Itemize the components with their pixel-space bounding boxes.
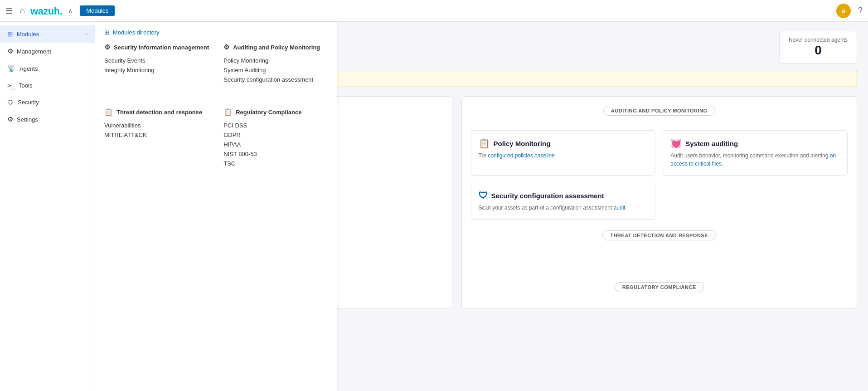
mega-section-title-security-info: ⚙Security information management	[104, 43, 209, 51]
mega-section-title-regulatory: 📋Regulatory Compliance	[223, 108, 328, 116]
mega-link-security-configuration-assessment[interactable]: Security configuration assessment	[223, 75, 328, 84]
mega-link-vulnerabilities[interactable]: Vulnerabilities	[104, 121, 209, 130]
chevron-up-icon[interactable]: ∧	[68, 7, 73, 15]
mega-section-regulatory: 📋Regulatory CompliancePCI DSSGDPRHIPAANI…	[223, 108, 328, 168]
mega-menu-panel: ⊞ Modules directory ⚙Security informatio…	[95, 22, 337, 391]
mega-section-security-info: ⚙Security information managementSecurity…	[104, 43, 209, 84]
main-layout: ⊞Modules⚙Management📡Agents>_Tools🛡Securi…	[0, 22, 868, 391]
content-area: Never connected agents 0 ⚠ No ag AUDITIN…	[45, 22, 868, 391]
security-info-icon: ⚙	[104, 43, 110, 51]
logo: wazuh.	[30, 4, 63, 18]
user-avatar[interactable]: a	[836, 4, 851, 18]
sidebar-menu-panel: ⊞Modules›⚙Management📡Agents>_Tools🛡Secur…	[45, 22, 95, 391]
mega-menu-header: ⊞ Modules directory	[104, 29, 328, 36]
mega-menu-grid: ⚙Security information managementSecurity…	[104, 43, 328, 177]
dropdown-sidebar-item-settings[interactable]: ⚙Settings	[45, 111, 95, 128]
modules-badge[interactable]: Modules	[80, 5, 115, 16]
mega-link-gdpr[interactable]: GDPR	[223, 130, 328, 140]
management-label: Management	[45, 48, 51, 55]
top-nav: ☰ ⌂ wazuh. ∧ Modules a ?	[0, 0, 868, 22]
mega-link-security-events[interactable]: Security Events	[104, 56, 209, 65]
dropdown-dismiss-area[interactable]	[337, 22, 868, 391]
dropdown-overlay: ⊞Modules›⚙Management📡Agents>_Tools🛡Secur…	[45, 22, 868, 391]
dropdown-sidebar-item-agents[interactable]: 📡Agents	[45, 60, 95, 77]
modules-dir-icon: ⊞	[104, 29, 109, 36]
mega-link-nist-800-53[interactable]: NIST 800-53	[223, 149, 328, 159]
mega-section-auditing-policy: ⚙Auditing and Policy MonitoringPolicy Mo…	[223, 43, 328, 84]
help-icon[interactable]: ?	[858, 6, 863, 15]
nav-right: a ?	[836, 4, 863, 18]
modules-dir-label[interactable]: Modules directory	[113, 29, 160, 36]
auditing-policy-icon: ⚙	[223, 43, 229, 51]
mega-link-integrity-monitoring[interactable]: Integrity Monitoring	[104, 65, 209, 75]
mega-section-title-threat-detection: 📋Threat detection and response	[104, 108, 209, 116]
arrow-icon: ›	[86, 31, 87, 37]
dropdown-sidebar-item-security[interactable]: 🛡Security	[45, 94, 95, 111]
mega-link-pci-dss[interactable]: PCI DSS	[223, 121, 328, 130]
nav-left: ☰ ⌂ wazuh. ∧ Modules	[5, 4, 115, 18]
home-icon[interactable]: ⌂	[20, 6, 25, 15]
mega-link-policy-monitoring[interactable]: Policy Monitoring	[223, 56, 328, 65]
regulatory-icon: 📋	[223, 108, 232, 116]
mega-link-system-auditing[interactable]: System Auditing	[223, 65, 328, 75]
mega-link-mitre-attck[interactable]: MITRE ATT&CK	[104, 130, 209, 140]
hamburger-icon[interactable]: ☰	[5, 6, 13, 16]
dropdown-sidebar-item-modules[interactable]: ⊞Modules›	[45, 25, 95, 43]
dropdown-sidebar-item-management[interactable]: ⚙Management	[45, 43, 95, 60]
threat-detection-icon: 📋	[104, 108, 113, 116]
mega-section-threat-detection: 📋Threat detection and responseVulnerabil…	[104, 108, 209, 168]
mega-section-title-auditing-policy: ⚙Auditing and Policy Monitoring	[223, 43, 328, 51]
mega-link-tsc[interactable]: TSC	[223, 159, 328, 168]
dropdown-sidebar-item-tools[interactable]: >_Tools	[45, 77, 95, 94]
mega-link-hipaa[interactable]: HIPAA	[223, 140, 328, 149]
